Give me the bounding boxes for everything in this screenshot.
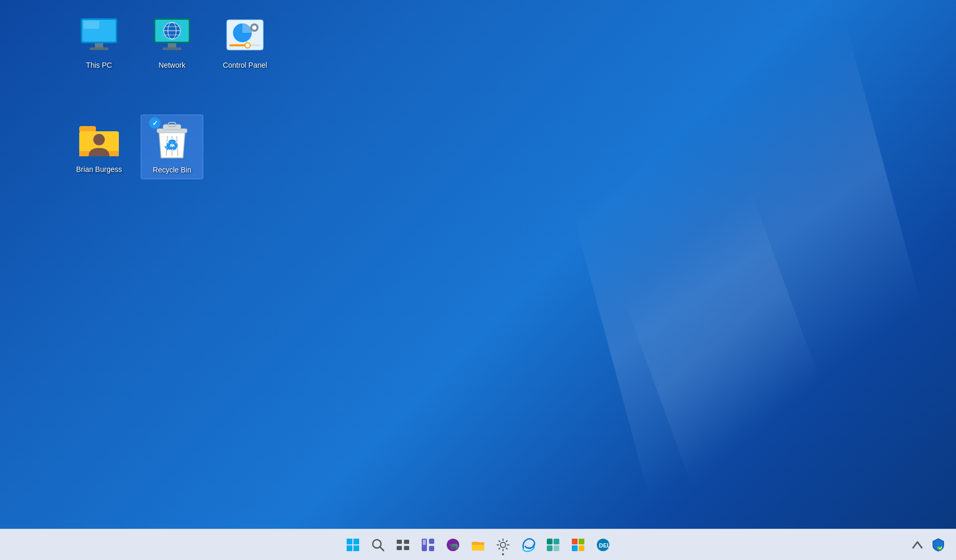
- svg-line-57: [506, 547, 508, 549]
- brian-burgess-icon[interactable]: Brian Burgess: [68, 115, 130, 179]
- settings-active-dot: [502, 553, 504, 555]
- desktop-icons-row1: This PC: [68, 10, 276, 74]
- control-panel-image: [224, 15, 266, 56]
- desktop: This PC: [0, 0, 956, 529]
- settings-button[interactable]: [492, 533, 514, 556]
- widgets-button[interactable]: [416, 533, 439, 556]
- svg-rect-33: [353, 539, 359, 544]
- svg-line-56: [499, 540, 500, 542]
- svg-point-24: [93, 134, 105, 145]
- svg-rect-43: [429, 539, 434, 544]
- svg-rect-50: [472, 542, 484, 545]
- svg-rect-4: [90, 47, 108, 50]
- svg-rect-44: [429, 546, 434, 551]
- recycle-bin-label: Recycle Bin: [153, 165, 191, 175]
- svg-rect-2: [83, 21, 99, 29]
- this-pc-icon[interactable]: This PC: [68, 10, 130, 74]
- svg-rect-38: [397, 540, 402, 544]
- brian-burgess-image: [78, 119, 120, 160]
- svg-rect-3: [95, 43, 103, 47]
- edge-button[interactable]: [517, 533, 540, 556]
- svg-rect-62: [547, 545, 553, 551]
- this-pc-label: This PC: [86, 60, 112, 70]
- svg-rect-45: [423, 540, 426, 545]
- control-panel-label: Control Panel: [223, 60, 267, 70]
- desktop-icons-row2: Brian Burgess ✓: [68, 115, 203, 179]
- file-explorer-button[interactable]: [467, 533, 489, 556]
- svg-rect-60: [547, 539, 553, 544]
- svg-line-58: [506, 540, 508, 542]
- svg-point-51: [500, 542, 506, 547]
- svg-rect-13: [163, 47, 181, 50]
- svg-rect-12: [168, 43, 176, 47]
- taskbar-center: 📹: [341, 533, 615, 556]
- svg-rect-67: [579, 545, 584, 551]
- ms-store-button[interactable]: [567, 533, 590, 556]
- show-hidden-icons-button[interactable]: [909, 537, 926, 553]
- taskbar: 📹: [0, 529, 956, 560]
- network-label: Network: [158, 60, 185, 70]
- network-icon[interactable]: Network: [141, 10, 203, 74]
- svg-rect-32: [347, 539, 352, 544]
- this-pc-image: [78, 15, 120, 56]
- svg-rect-40: [397, 546, 402, 550]
- svg-rect-66: [572, 545, 578, 551]
- recycle-bin-icon[interactable]: ✓: [141, 115, 203, 179]
- svg-rect-34: [347, 545, 352, 551]
- windows-defender-button[interactable]: [929, 536, 948, 554]
- svg-rect-64: [572, 539, 578, 544]
- start-button[interactable]: [341, 533, 364, 556]
- svg-text:♻: ♻: [165, 138, 178, 154]
- svg-rect-65: [579, 539, 584, 544]
- svg-rect-35: [353, 545, 359, 551]
- green-app-button[interactable]: [542, 533, 565, 556]
- selected-checkmark: ✓: [149, 117, 161, 129]
- control-panel-icon[interactable]: Control Panel: [214, 10, 276, 74]
- search-button[interactable]: [366, 533, 389, 556]
- brian-burgess-label: Brian Burgess: [76, 165, 122, 174]
- svg-line-37: [380, 547, 384, 551]
- task-view-button[interactable]: [391, 533, 414, 556]
- svg-text:DELL: DELL: [599, 542, 610, 549]
- svg-rect-41: [404, 546, 409, 550]
- svg-rect-39: [404, 540, 409, 544]
- svg-text:📹: 📹: [449, 541, 459, 550]
- dell-button[interactable]: DELL: [592, 533, 615, 556]
- svg-rect-63: [554, 545, 559, 551]
- svg-point-17: [252, 26, 256, 30]
- svg-point-20: [245, 43, 250, 48]
- teams-button[interactable]: 📹: [442, 533, 464, 556]
- svg-line-59: [499, 547, 500, 549]
- system-tray: [909, 536, 948, 554]
- network-image: [151, 15, 193, 56]
- recycle-bin-image: ✓: [151, 119, 193, 161]
- svg-rect-61: [554, 539, 559, 544]
